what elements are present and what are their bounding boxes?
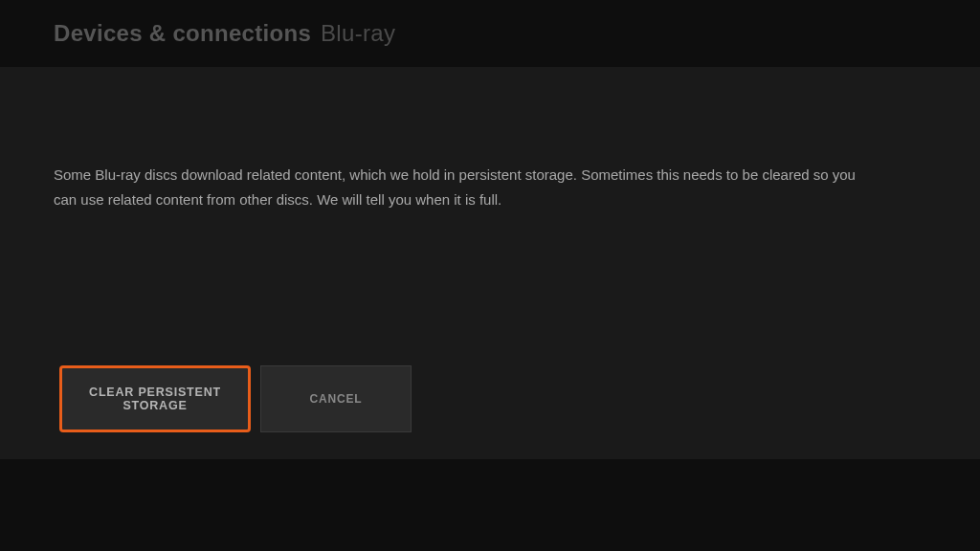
header-subtitle: Blu-ray [321, 20, 395, 47]
description-text: Some Blu-ray discs download related cont… [54, 67, 867, 213]
clear-persistent-storage-button[interactable]: CLEAR PERSISTENT STORAGE [59, 365, 251, 432]
cancel-button[interactable]: CANCEL [260, 365, 412, 432]
content-area: Some Blu-ray discs download related cont… [0, 67, 980, 459]
header: Devices & connections Blu-ray [0, 0, 980, 67]
footer [0, 459, 980, 551]
header-title: Devices & connections [54, 20, 311, 47]
button-row: CLEAR PERSISTENT STORAGE CANCEL [59, 365, 412, 432]
